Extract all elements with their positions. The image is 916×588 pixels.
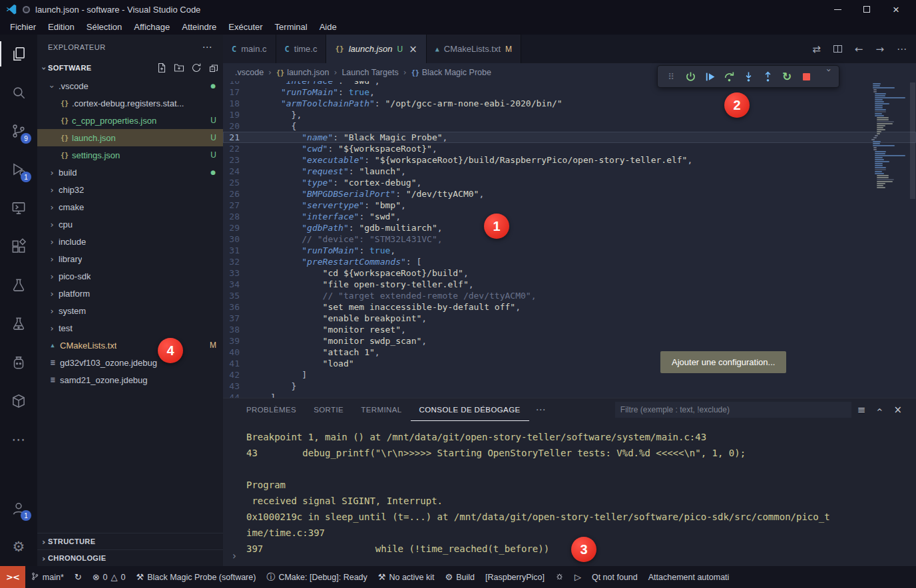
grip-icon[interactable]: ⠿ — [663, 68, 679, 85]
tree-item-cpu[interactable]: ›cpu — [37, 216, 223, 233]
status-git-branch[interactable]: main* — [25, 566, 69, 588]
code-line-20[interactable]: 20 { — [223, 120, 916, 132]
activity-extensions[interactable] — [0, 227, 37, 266]
console-prompt-icon[interactable]: › — [232, 550, 236, 562]
code-line-37[interactable]: 37 "enable breakpoint", — [223, 313, 916, 324]
step-into-icon[interactable] — [740, 68, 756, 85]
code-line-31[interactable]: 31 "runToMain": true, — [223, 245, 916, 256]
status-qt-status[interactable]: Qt not found — [586, 566, 643, 588]
tree-item-build[interactable]: ›build● — [37, 164, 223, 181]
menu-edition[interactable]: Edition — [42, 19, 81, 35]
tree-item-launch-json[interactable]: {}launch.jsonU — [37, 129, 223, 146]
code-line-17[interactable]: 17 "runToMain": true, — [223, 86, 916, 98]
breadcrumb-item-vscode[interactable]: .vscode — [235, 68, 264, 77]
status-problems[interactable]: ⊗0△0 — [87, 566, 131, 588]
code-line-36[interactable]: 36 "set mem inaccessible-by-default off"… — [223, 301, 916, 313]
code-line-21[interactable]: 21 "name": "Black Magic Probe", — [223, 132, 916, 143]
code-line-25[interactable]: 25 "type": "cortex-debug", — [223, 177, 916, 188]
code-line-23[interactable]: 23 "executable": "${workspaceRoot}/build… — [223, 154, 916, 166]
collapse-panel-icon[interactable]: › — [873, 408, 885, 412]
tree-item-vscode[interactable]: ›.vscode● — [37, 77, 223, 94]
status-auto-attach[interactable]: Attachement automati — [643, 566, 735, 588]
panel-more-icon[interactable]: ⋯ — [529, 404, 553, 416]
breadcrumb-item-black-magic-probe[interactable]: {}Black Magic Probe — [411, 68, 491, 77]
split-editor-icon[interactable] — [833, 45, 842, 53]
code-line-29[interactable]: 29 "gdbPath": "gdb-multiarch", — [223, 222, 916, 233]
minimize-button[interactable] — [823, 0, 852, 19]
code-line-33[interactable]: 33 "cd ${workspaceRoot}/build", — [223, 267, 916, 279]
tree-item-platform[interactable]: ›platform — [37, 285, 223, 302]
explorer-more-actions-icon[interactable]: ⋯ — [202, 41, 213, 53]
power-icon[interactable] — [682, 68, 698, 85]
code-line-42[interactable]: 42 ] — [223, 369, 916, 380]
menu-aide[interactable]: Aide — [314, 19, 343, 35]
tree-item-library[interactable]: ›library — [37, 250, 223, 267]
code-line-22[interactable]: 22 "cwd": "${workspaceRoot}", — [223, 143, 916, 154]
tree-item-include[interactable]: ›include — [37, 233, 223, 250]
minimap[interactable] — [869, 82, 907, 282]
tree-item-settings-json[interactable]: {}settings.jsonU — [37, 146, 223, 164]
filter-lines-icon[interactable]: ≡ — [851, 404, 872, 416]
status-run-launch[interactable]: ▷ — [569, 566, 586, 588]
status-cmake-status[interactable]: ⓘCMake: [Debug]: Ready — [261, 566, 372, 588]
close-panel-icon[interactable]: × — [887, 404, 908, 416]
code-line-30[interactable]: 30 // "device": "STM32L431VC", — [223, 233, 916, 245]
panel-tab-terminal[interactable]: TERMINAL — [352, 398, 410, 421]
activity-jar[interactable] — [0, 343, 37, 382]
go-back-icon[interactable]: ← — [855, 43, 863, 55]
activity-run-debug[interactable]: 1 — [0, 150, 37, 189]
activity-remote-explorer[interactable] — [0, 189, 37, 227]
timeline-section[interactable]: › CHRONOLOGIE — [37, 549, 223, 566]
code-line-32[interactable]: 32 "preRestartCommands": [ — [223, 256, 916, 267]
tree-item-chip32[interactable]: ›chip32 — [37, 181, 223, 198]
panel-tab-probl-mes[interactable]: PROBLÈMES — [238, 398, 305, 421]
code-line-26[interactable]: 26 "BMPGDBSerialPort": "/dev/ttyACM0", — [223, 188, 916, 200]
code-line-41[interactable]: 41 "load" — [223, 358, 916, 369]
panel-tab-console-de-d-bogage[interactable]: CONSOLE DE DÉBOGAGE — [411, 398, 529, 421]
new-folder-icon[interactable] — [174, 63, 184, 73]
tab-main-c[interactable]: Cmain.c — [223, 35, 276, 63]
workspace-section-header[interactable]: › SOFTWARE — [37, 60, 223, 76]
activity-account[interactable]: 1 — [0, 489, 37, 527]
status-cmake-target[interactable]: [RaspberryPico] — [480, 566, 550, 588]
activity-search[interactable] — [0, 73, 37, 112]
continue-icon[interactable] — [702, 68, 718, 85]
restart-icon[interactable]: ↻ — [779, 68, 795, 85]
status-debug-target[interactable]: ⚒Black Magic Probe (software) — [130, 566, 261, 588]
close-button[interactable]: × — [881, 0, 911, 19]
code-line-27[interactable]: 27 "servertype": "bmp", — [223, 200, 916, 211]
code-line-24[interactable]: 24 "request": "launch", — [223, 166, 916, 177]
activity-testing[interactable] — [0, 266, 37, 305]
code-editor[interactable]: 16 "interface": "swd",17 "runToMain": tr… — [223, 81, 916, 398]
panel-tab-sortie[interactable]: SORTIE — [305, 398, 352, 421]
code-line-38[interactable]: 38 "monitor reset", — [223, 324, 916, 335]
collapse-all-icon[interactable] — [208, 63, 219, 73]
activity-test-flask[interactable] — [0, 305, 37, 343]
step-over-icon[interactable] — [721, 68, 737, 85]
code-line-19[interactable]: 19 }, — [223, 109, 916, 120]
tab-time-c[interactable]: Ctime.c — [276, 35, 327, 63]
stop-icon[interactable] — [798, 68, 814, 85]
status-remote[interactable]: >< — [0, 566, 25, 588]
tree-item-gd32vf103-ozone-jdebug[interactable]: ≡gd32vf103_ozone.jdebug — [37, 354, 223, 371]
menu-s-lection[interactable]: Sélection — [81, 19, 128, 35]
editor-scrollbar[interactable] — [909, 81, 916, 398]
compare-changes-icon[interactable]: ⇄ — [812, 43, 821, 55]
tree-item-cmake[interactable]: ›cmake — [37, 198, 223, 216]
code-line-34[interactable]: 34 "file open-story-teller.elf", — [223, 279, 916, 290]
activity-more[interactable]: ⋯ — [0, 420, 37, 459]
activity-source-control[interactable]: 9 — [0, 112, 37, 150]
activity-package[interactable] — [0, 382, 37, 420]
code-line-39[interactable]: 39 "monitor swdp_scan", — [223, 335, 916, 347]
status-cmake-build[interactable]: ⚙Build — [440, 566, 480, 588]
tree-item-cortex-debug-registers-stat[interactable]: {}.cortex-debug.registers.stat... — [37, 94, 223, 112]
status-cmake-kit[interactable]: ⚒No active kit — [373, 566, 440, 588]
add-configuration-button[interactable]: Ajouter une configuration... — [660, 351, 786, 373]
new-file-icon[interactable] — [156, 63, 167, 73]
tab-cmakelists-txt[interactable]: ▲CMakeLists.txtM — [427, 35, 521, 63]
code-line-40[interactable]: 40 "attach 1", — [223, 347, 916, 358]
tab-launch-json[interactable]: {}launch.jsonU× — [326, 35, 426, 63]
activity-settings[interactable]: ⚙ — [0, 527, 37, 566]
maximize-button[interactable] — [852, 0, 881, 19]
code-line-28[interactable]: 28 "interface": "swd", — [223, 211, 916, 222]
